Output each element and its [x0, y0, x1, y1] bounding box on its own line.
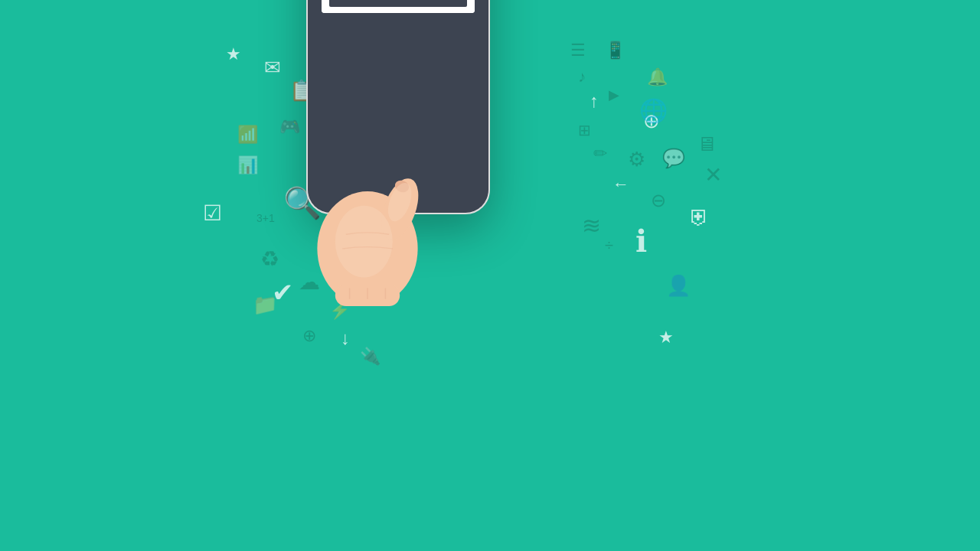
bg-icon: ★: [226, 46, 241, 63]
bg-icon: 📶: [237, 126, 258, 143]
bg-icon: ℹ: [635, 226, 647, 256]
bg-icon: ▶: [609, 88, 619, 102]
bg-icon: ⊖: [651, 191, 666, 210]
bg-icon: 🖥: [697, 134, 717, 154]
bg-icon: ★: [658, 329, 674, 346]
register-button[interactable]: REGISTER NOW: [329, 0, 467, 7]
bg-icon: ⊕: [643, 111, 660, 131]
bg-icon: 📱: [605, 42, 626, 59]
modal-dialog: Login / Register × Agreee with our Condi…: [322, 0, 475, 13]
hand-illustration: [291, 77, 444, 306]
bg-icon: ✉: [264, 57, 281, 77]
bg-icon: ✏: [593, 145, 607, 162]
bg-icon: ☰: [570, 42, 586, 59]
bg-icon: ←: [612, 176, 629, 193]
bg-icon: ✔: [272, 279, 293, 305]
bg-icon: 🔌: [360, 348, 381, 365]
bg-icon: ↓: [341, 329, 350, 347]
bg-icon: ↑: [590, 92, 599, 110]
bg-icon: 🌐: [639, 99, 668, 122]
svg-point-4: [335, 206, 393, 278]
bg-icon: 👤: [666, 276, 691, 295]
phone-mockup: 4:21 PM Login / Register ×: [306, 0, 490, 214]
modal-body: Agreee with our Conditions & Terms Disab…: [322, 0, 475, 13]
bg-icon: ♻: [260, 249, 279, 270]
background-icons: ★✉☰📱♪▶🔔⊕🌐⊞↑✏⚙💬🖥←✕⊖⛨≋÷ℹ👤★☑📊🎮📶📡🔍↑▶🔒📋🔋✈☁♻✔📁…: [0, 0, 980, 551]
bg-icon: ÷: [605, 237, 613, 253]
bg-icon: 💬: [662, 149, 685, 168]
bg-icon: ⚙: [628, 149, 645, 169]
bg-icon: 🔔: [647, 69, 668, 86]
bg-icon: 3+1: [256, 213, 275, 223]
bg-icon: ⊞: [578, 122, 591, 138]
bg-icon: 📊: [237, 157, 258, 174]
bg-icon: ♪: [578, 69, 586, 84]
bg-icon: ✕: [704, 165, 722, 186]
bg-icon: ☑: [203, 203, 222, 224]
bg-icon: ≋: [582, 214, 601, 237]
bg-icon: ⊕: [302, 328, 316, 344]
bg-icon: 📁: [253, 295, 277, 315]
bg-icon: ⛨: [689, 207, 710, 228]
